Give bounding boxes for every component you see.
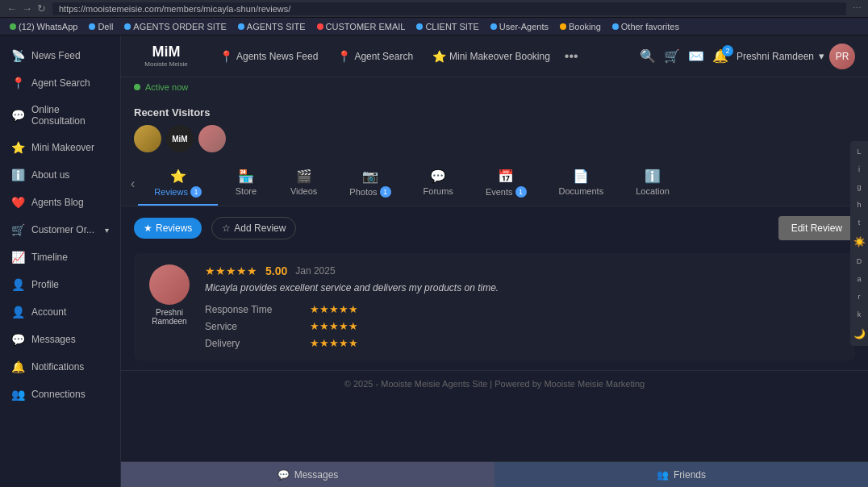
nav-more-button[interactable]: ••• [561,46,582,67]
tab-label: Photos [349,187,377,197]
bookmark-agents-site[interactable]: AGENTS SITE [233,20,311,33]
sidebar-item-notifications[interactable]: 🔔 Notifications [0,353,120,381]
sidebar-item-mini-makeover[interactable]: ⭐ Mini Makeover [0,134,120,161]
tabs-prev-button[interactable]: ‹ [127,170,138,198]
add-review-label: Add Review [234,223,286,234]
rating-label: Response Time [205,304,310,315]
review-card: Preshni Ramdeen ★★★★★ 5.00 Jan 2025 Mica… [134,253,855,360]
browser-nav-icons[interactable]: ←→↻ [6,2,46,15]
store-tab-icon: 🏪 [238,169,254,184]
sidebar-item-profile[interactable]: 👤 Profile [0,271,120,298]
bookmark-label: Booking [569,22,601,31]
sidebar-item-connections[interactable]: 👥 Connections [0,381,120,408]
bookmark-label: AGENTS SITE [247,22,306,31]
nav-mini-makeover-booking[interactable]: ⭐ Mini Makeover Booking [424,45,558,68]
side-panel-letter-a: a [855,275,863,283]
agents-blog-icon: ❤️ [11,196,25,209]
sidebar-item-news-feed[interactable]: 📡 News Feed [0,42,120,69]
side-panel-letter-g: g [855,183,863,191]
bookmark-label: (12) WhatsApp [19,22,77,31]
sidebar-item-agents-blog[interactable]: ❤️ Agents Blog [0,189,120,216]
forums-tab-icon: 💬 [430,169,446,184]
visitor-avatar[interactable] [134,125,161,152]
messages-icon: 💬 [11,333,25,346]
nav-agent-search[interactable]: 📍 Agent Search [329,45,421,68]
side-panel-letter-i: i [855,165,863,173]
bookmark-label: Dell [98,22,113,31]
bookmark-dot [612,23,619,30]
tab-label: Reviews [154,187,188,197]
edit-review-button[interactable]: Edit Review [778,216,855,240]
bookmark-client-site[interactable]: CLIENT SITE [411,20,483,33]
nav-agents-news-feed[interactable]: 📍 Agents News Feed [211,45,326,68]
add-review-button[interactable]: ☆ Add Review [211,217,296,239]
online-consultation-icon: 💬 [11,109,25,122]
notifications-icon: 🔔 [11,360,25,373]
tab-store[interactable]: 🏪 Store [218,162,274,206]
bookmark-user-agents[interactable]: User-Agents [486,20,553,33]
profile-icon: 👤 [11,278,25,291]
sidebar-item-label: Connections [31,389,86,400]
bookmark-whatsapp[interactable]: (12) WhatsApp [5,20,82,33]
visitor-avatar[interactable]: MiM [166,125,194,152]
bookmark-dot [238,23,244,30]
tab-forums[interactable]: 💬 Forums [407,162,469,206]
sidebar-item-timeline[interactable]: 📈 Timeline [0,244,120,271]
review-top: ★★★★★ 5.00 Jan 2025 [205,264,844,277]
pin-icon: 📍 [337,50,351,63]
side-panel-letter-r: r [855,293,863,301]
tab-events[interactable]: 📅 Events 1 [469,162,543,206]
rating-row-delivery: Delivery ★★★★★ [205,337,844,349]
sidebar-item-label: Notifications [31,361,84,373]
search-button[interactable]: 🔍 [640,48,656,64]
sidebar-item-customer-orders[interactable]: 🛒 Customer Or... ▾ [0,216,120,244]
tab-photos[interactable]: 📷 Photos 1 [333,162,407,206]
sidebar-item-account[interactable]: 👤 Account [0,298,120,326]
tab-location[interactable]: ℹ️ Location [620,162,686,206]
dark-mode-icon[interactable]: 🌙 [853,328,866,339]
tab-videos[interactable]: 🎬 Videos [274,162,333,206]
sidebar-item-agent-search[interactable]: 📍 Agent Search [0,69,120,97]
nav-link-label: Mini Makeover Booking [449,51,550,62]
sidebar-item-messages[interactable]: 💬 Messages [0,326,120,353]
tab-reviews[interactable]: ⭐ Reviews 1 [138,162,218,206]
notifications-button[interactable]: 🔔 2 [712,48,728,64]
active-dot-icon [134,84,140,90]
user-info[interactable]: Preshni Ramdeen ▾ PR [737,44,855,69]
visitor-avatar[interactable] [198,125,226,152]
bookmark-dell[interactable]: Dell [84,20,118,33]
bookmark-agents-order[interactable]: AGENTS ORDER SITE [119,20,232,33]
agent-search-icon: 📍 [11,77,25,89]
rating-row-response: Response Time ★★★★★ [205,303,844,315]
sidebar-item-online-consultation[interactable]: 💬 Online Consultation [0,97,120,134]
logo-text: MiM [144,44,187,60]
logo-subtext: Mooiste Meisie [144,60,187,68]
review-score: 5.00 [265,264,287,277]
connections-icon: 👥 [11,388,25,401]
cart-button[interactable]: 🛒 [664,48,680,64]
nav-link-label: Agent Search [354,51,413,62]
tab-documents[interactable]: 📄 Documents [543,162,620,206]
bookmark-dot [490,23,497,30]
friends-bottom-label: Friends [674,469,706,481]
tab-label: Events [486,187,513,197]
light-mode-icon[interactable]: ☀️ [853,236,866,248]
sidebar-item-about-us[interactable]: ℹ️ About us [0,161,120,189]
bookmark-dot [560,23,566,30]
friends-bottom-button[interactable]: 👥 Friends [495,462,868,487]
reviews-filter-button[interactable]: ★ Reviews [134,218,202,239]
mail-button[interactable]: ✉️ [688,48,704,64]
bookmark-customer-email[interactable]: CUSTOMER EMAIL [312,20,411,33]
sidebar-item-label: Agents Blog [31,197,84,208]
bookmark-booking[interactable]: Booking [555,20,606,33]
tabs-area: ‹ ⭐ Reviews 1 🏪 Store 🎬 [121,162,868,206]
footer-text: © 2025 - Mooiste Meisie Agents Site | Po… [344,379,645,389]
messages-bottom-label: Messages [294,469,339,481]
videos-tab-icon: 🎬 [296,169,312,184]
bookmark-other[interactable]: Other favorites [607,20,684,33]
rating-stars: ★★★★★ [310,337,358,349]
url-bar[interactable]: https://mooistemeisie.com/members/micayl… [52,2,846,15]
side-panel-letter-h: h [855,201,863,209]
reviews-header: ★ Reviews ☆ Add Review Edit Review [134,216,855,240]
messages-bottom-button[interactable]: 💬 Messages [121,462,495,487]
